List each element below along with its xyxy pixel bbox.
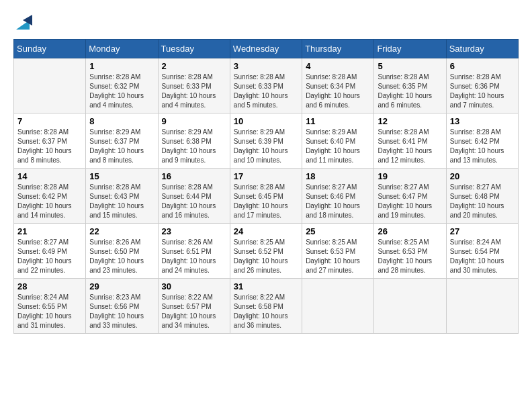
calendar-cell: 18Sunrise: 8:27 AM Sunset: 6:46 PM Dayli… (302, 169, 374, 224)
calendar-cell: 31Sunrise: 8:22 AM Sunset: 6:58 PM Dayli… (230, 279, 302, 334)
day-info: Sunrise: 8:28 AM Sunset: 6:32 PM Dayligh… (89, 73, 154, 110)
day-info: Sunrise: 8:27 AM Sunset: 6:46 PM Dayligh… (306, 183, 370, 220)
day-info: Sunrise: 8:29 AM Sunset: 6:37 PM Dayligh… (89, 128, 154, 165)
day-info: Sunrise: 8:22 AM Sunset: 6:58 PM Dayligh… (234, 293, 298, 330)
day-number: 26 (378, 226, 442, 236)
calendar-cell: 22Sunrise: 8:26 AM Sunset: 6:50 PM Dayli… (86, 224, 158, 279)
day-number: 6 (450, 61, 515, 71)
col-header-sunday: Sunday (14, 40, 86, 58)
day-info: Sunrise: 8:27 AM Sunset: 6:49 PM Dayligh… (17, 238, 82, 275)
day-number: 5 (378, 61, 442, 71)
day-number: 31 (234, 281, 298, 291)
day-info: Sunrise: 8:23 AM Sunset: 6:56 PM Dayligh… (89, 293, 154, 330)
day-info: Sunrise: 8:29 AM Sunset: 6:38 PM Dayligh… (162, 128, 226, 165)
day-info: Sunrise: 8:22 AM Sunset: 6:57 PM Dayligh… (162, 293, 226, 330)
calendar-cell: 9Sunrise: 8:29 AM Sunset: 6:38 PM Daylig… (158, 113, 230, 169)
day-info: Sunrise: 8:28 AM Sunset: 6:34 PM Dayligh… (306, 73, 370, 110)
calendar-cell: 7Sunrise: 8:28 AM Sunset: 6:37 PM Daylig… (14, 113, 86, 169)
day-info: Sunrise: 8:28 AM Sunset: 6:37 PM Dayligh… (17, 128, 82, 165)
calendar-week-2: 7Sunrise: 8:28 AM Sunset: 6:37 PM Daylig… (14, 113, 519, 169)
day-number: 8 (89, 116, 154, 126)
day-info: Sunrise: 8:28 AM Sunset: 6:36 PM Dayligh… (450, 73, 515, 110)
page-header (13, 13, 519, 32)
calendar-cell: 6Sunrise: 8:28 AM Sunset: 6:36 PM Daylig… (446, 58, 518, 113)
day-info: Sunrise: 8:28 AM Sunset: 6:45 PM Dayligh… (234, 183, 298, 220)
calendar-cell: 11Sunrise: 8:29 AM Sunset: 6:40 PM Dayli… (302, 113, 374, 169)
col-header-saturday: Saturday (446, 40, 518, 58)
calendar-cell: 21Sunrise: 8:27 AM Sunset: 6:49 PM Dayli… (14, 224, 86, 279)
calendar-cell: 14Sunrise: 8:28 AM Sunset: 6:42 PM Dayli… (14, 169, 86, 224)
logo-icon (13, 13, 32, 32)
day-number: 9 (162, 116, 226, 126)
day-number: 7 (17, 116, 82, 126)
day-number: 29 (89, 281, 154, 291)
calendar-cell: 20Sunrise: 8:27 AM Sunset: 6:48 PM Dayli… (446, 169, 518, 224)
calendar-header-row: SundayMondayTuesdayWednesdayThursdayFrid… (14, 40, 519, 58)
day-info: Sunrise: 8:28 AM Sunset: 6:35 PM Dayligh… (378, 73, 442, 110)
calendar-cell: 29Sunrise: 8:23 AM Sunset: 6:56 PM Dayli… (86, 279, 158, 334)
day-number: 10 (234, 116, 298, 126)
day-info: Sunrise: 8:28 AM Sunset: 6:42 PM Dayligh… (450, 128, 515, 165)
calendar-cell: 17Sunrise: 8:28 AM Sunset: 6:45 PM Dayli… (230, 169, 302, 224)
logo (13, 13, 32, 32)
day-info: Sunrise: 8:28 AM Sunset: 6:43 PM Dayligh… (89, 183, 154, 220)
day-info: Sunrise: 8:29 AM Sunset: 6:39 PM Dayligh… (234, 128, 298, 165)
col-header-tuesday: Tuesday (158, 40, 230, 58)
day-number: 22 (89, 226, 154, 236)
day-number: 18 (306, 171, 370, 181)
calendar-cell (446, 279, 518, 334)
day-number: 20 (450, 171, 515, 181)
day-info: Sunrise: 8:28 AM Sunset: 6:42 PM Dayligh… (17, 183, 82, 220)
col-header-friday: Friday (374, 40, 446, 58)
day-info: Sunrise: 8:28 AM Sunset: 6:41 PM Dayligh… (378, 128, 442, 165)
day-number: 12 (378, 116, 442, 126)
day-info: Sunrise: 8:28 AM Sunset: 6:33 PM Dayligh… (162, 73, 226, 110)
calendar-cell: 25Sunrise: 8:25 AM Sunset: 6:53 PM Dayli… (302, 224, 374, 279)
calendar-cell: 19Sunrise: 8:27 AM Sunset: 6:47 PM Dayli… (374, 169, 446, 224)
day-info: Sunrise: 8:24 AM Sunset: 6:54 PM Dayligh… (450, 238, 515, 275)
day-number: 24 (234, 226, 298, 236)
day-info: Sunrise: 8:26 AM Sunset: 6:51 PM Dayligh… (162, 238, 226, 275)
col-header-thursday: Thursday (302, 40, 374, 58)
calendar-cell: 26Sunrise: 8:25 AM Sunset: 6:53 PM Dayli… (374, 224, 446, 279)
calendar-week-4: 21Sunrise: 8:27 AM Sunset: 6:49 PM Dayli… (14, 224, 519, 279)
calendar-cell: 2Sunrise: 8:28 AM Sunset: 6:33 PM Daylig… (158, 58, 230, 113)
calendar-cell: 28Sunrise: 8:24 AM Sunset: 6:55 PM Dayli… (14, 279, 86, 334)
calendar-table: SundayMondayTuesdayWednesdayThursdayFrid… (13, 39, 519, 334)
calendar-cell: 10Sunrise: 8:29 AM Sunset: 6:39 PM Dayli… (230, 113, 302, 169)
day-number: 13 (450, 116, 515, 126)
day-number: 30 (162, 281, 226, 291)
day-number: 16 (162, 171, 226, 181)
calendar-cell: 8Sunrise: 8:29 AM Sunset: 6:37 PM Daylig… (86, 113, 158, 169)
day-number: 4 (306, 61, 370, 71)
day-number: 1 (89, 61, 154, 71)
col-header-wednesday: Wednesday (230, 40, 302, 58)
day-number: 25 (306, 226, 370, 236)
day-info: Sunrise: 8:27 AM Sunset: 6:47 PM Dayligh… (378, 183, 442, 220)
col-header-monday: Monday (86, 40, 158, 58)
calendar-cell: 12Sunrise: 8:28 AM Sunset: 6:41 PM Dayli… (374, 113, 446, 169)
day-number: 28 (17, 281, 82, 291)
day-number: 19 (378, 171, 442, 181)
day-number: 14 (17, 171, 82, 181)
calendar-cell: 4Sunrise: 8:28 AM Sunset: 6:34 PM Daylig… (302, 58, 374, 113)
day-number: 15 (89, 171, 154, 181)
calendar-cell (302, 279, 374, 334)
day-info: Sunrise: 8:25 AM Sunset: 6:53 PM Dayligh… (378, 238, 442, 275)
day-info: Sunrise: 8:27 AM Sunset: 6:48 PM Dayligh… (450, 183, 515, 220)
day-info: Sunrise: 8:28 AM Sunset: 6:44 PM Dayligh… (162, 183, 226, 220)
calendar-cell: 27Sunrise: 8:24 AM Sunset: 6:54 PM Dayli… (446, 224, 518, 279)
calendar-week-1: 1Sunrise: 8:28 AM Sunset: 6:32 PM Daylig… (14, 58, 519, 113)
calendar-cell: 16Sunrise: 8:28 AM Sunset: 6:44 PM Dayli… (158, 169, 230, 224)
day-info: Sunrise: 8:25 AM Sunset: 6:52 PM Dayligh… (234, 238, 298, 275)
calendar-cell: 24Sunrise: 8:25 AM Sunset: 6:52 PM Dayli… (230, 224, 302, 279)
day-info: Sunrise: 8:28 AM Sunset: 6:33 PM Dayligh… (234, 73, 298, 110)
day-number: 17 (234, 171, 298, 181)
day-info: Sunrise: 8:24 AM Sunset: 6:55 PM Dayligh… (17, 293, 82, 330)
calendar-cell: 3Sunrise: 8:28 AM Sunset: 6:33 PM Daylig… (230, 58, 302, 113)
day-info: Sunrise: 8:25 AM Sunset: 6:53 PM Dayligh… (306, 238, 370, 275)
calendar-cell: 23Sunrise: 8:26 AM Sunset: 6:51 PM Dayli… (158, 224, 230, 279)
calendar-cell: 15Sunrise: 8:28 AM Sunset: 6:43 PM Dayli… (86, 169, 158, 224)
day-number: 11 (306, 116, 370, 126)
calendar-week-3: 14Sunrise: 8:28 AM Sunset: 6:42 PM Dayli… (14, 169, 519, 224)
